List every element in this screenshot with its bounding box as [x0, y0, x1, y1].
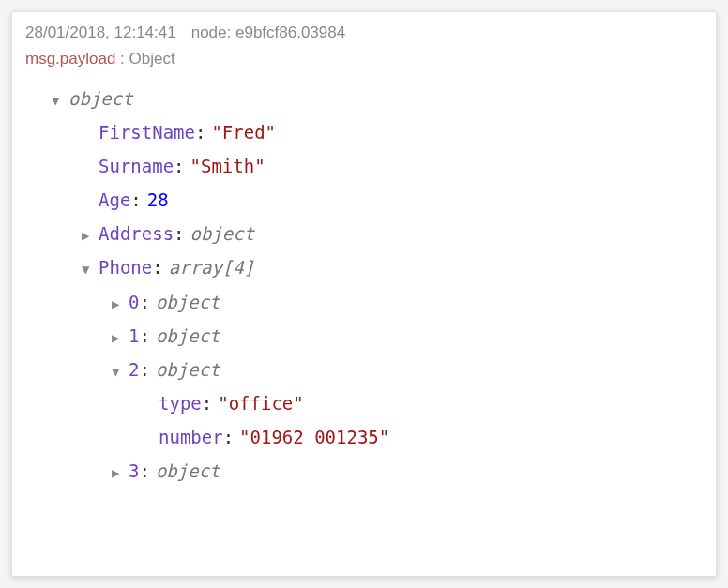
msg-payload-type: Object [129, 50, 175, 68]
val-firstname: "Fred" [211, 115, 276, 149]
val-phone-2-type: "office" [218, 386, 304, 420]
key-phone-2: 2 [129, 353, 139, 386]
key-phone-3: 3 [129, 454, 139, 488]
caret-right-icon[interactable] [112, 460, 129, 486]
val-phone-2-number: "01962 001235" [239, 420, 389, 454]
caret-right-icon[interactable] [82, 223, 99, 249]
caret-right-icon[interactable] [112, 325, 129, 351]
tree-row-firstname[interactable]: FirstName: "Fred" [25, 115, 703, 149]
val-age: 28 [147, 183, 169, 217]
key-surname: Surname [99, 149, 174, 183]
val-phone-2-type: object [156, 353, 220, 386]
tree-row-phone-2-number[interactable]: number: "01962 001235" [25, 420, 703, 454]
tree-row-phone-2-type[interactable]: type: "office" [25, 386, 703, 420]
key-age: Age [99, 183, 130, 217]
tree-row-phone-2[interactable]: 2: object [25, 353, 703, 386]
root-type-label: object [68, 82, 133, 115]
caret-right-icon[interactable] [112, 292, 129, 317]
msg-path: msg.payload [25, 50, 115, 68]
debug-node-id[interactable]: node: e9bfcf86.03984 [191, 23, 345, 42]
caret-down-icon[interactable] [52, 88, 68, 113]
debug-header: 28/01/2018, 12:14:41 node: e9bfcf86.0398… [25, 23, 703, 42]
tree-row-phone-1[interactable]: 1: object [25, 319, 703, 353]
msg-path-line: msg.payload : Object [25, 50, 703, 68]
tree-row-address[interactable]: Address: object [25, 217, 703, 250]
val-surname: "Smith" [190, 149, 265, 183]
caret-down-icon[interactable] [112, 359, 129, 384]
key-phone: Phone [99, 250, 152, 284]
tree-row-surname[interactable]: Surname: "Smith" [25, 149, 703, 183]
val-phone-3-type: object [156, 454, 220, 488]
val-phone-0-type: object [156, 285, 220, 319]
key-firstname: FirstName [99, 115, 195, 149]
key-address: Address [99, 217, 174, 250]
tree-row-age[interactable]: Age: 28 [25, 183, 703, 217]
key-phone-2-number: number [159, 420, 223, 454]
key-phone-1: 1 [129, 319, 139, 353]
tree-row-phone-0[interactable]: 0: object [25, 285, 703, 319]
debug-timestamp: 28/01/2018, 12:14:41 [25, 23, 176, 42]
val-address-type: object [190, 217, 255, 250]
tree-root[interactable]: object [25, 82, 703, 115]
object-tree: object FirstName: "Fred" Surname: "Smith… [25, 82, 703, 488]
msg-path-sep: : [115, 50, 129, 68]
val-phone-1-type: object [156, 319, 220, 353]
debug-message-panel: 28/01/2018, 12:14:41 node: e9bfcf86.0398… [11, 11, 717, 577]
key-phone-0: 0 [129, 285, 139, 319]
tree-row-phone[interactable]: Phone: array[4] [25, 250, 703, 284]
caret-down-icon[interactable] [82, 257, 99, 282]
val-phone-type: array[4] [169, 250, 255, 284]
key-phone-2-type: type [159, 386, 202, 420]
tree-row-phone-3[interactable]: 3: object [25, 454, 703, 488]
